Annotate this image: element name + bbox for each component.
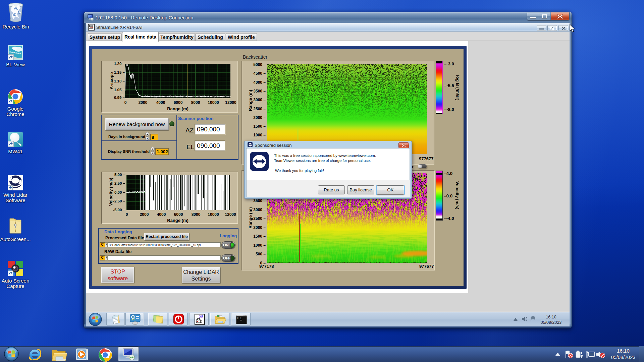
svg-text:XR: XR <box>199 315 203 319</box>
svg-text:C:\: C:\ <box>237 317 241 320</box>
